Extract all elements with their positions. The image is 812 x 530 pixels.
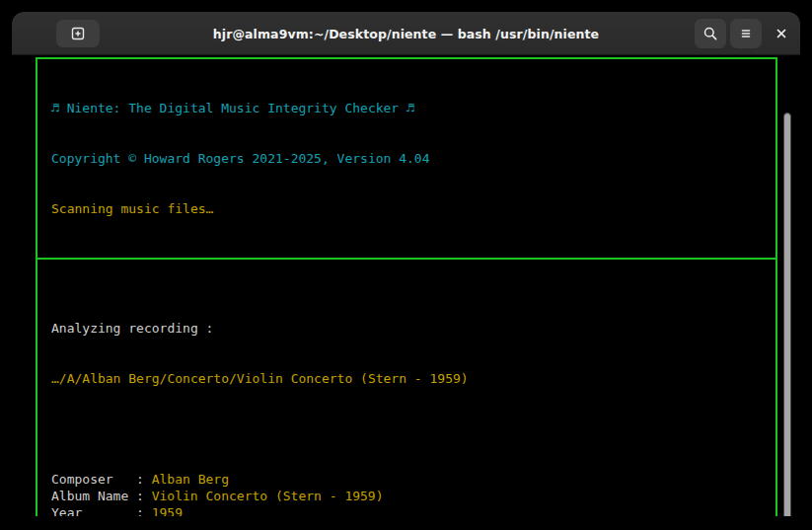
field-label: Album Name: [51, 488, 136, 504]
tui-frame: ♬ Niente: The Digital Music Integrity Ch…: [36, 57, 777, 516]
titlebar[interactable]: hjr@alma9vm:~/Desktop/niente — bash /usr…: [12, 12, 800, 55]
window-title: hjr@alma9vm:~/Desktop/niente — bash /usr…: [12, 12, 800, 55]
field-value: Violin Concerto (Stern - 1959): [152, 488, 384, 504]
analyzing-label: Analyzing recording :: [51, 320, 762, 337]
field-label: Composer: [51, 471, 136, 488]
app-title-line: ♬ Niente: The Digital Music Integrity Ch…: [51, 100, 762, 116]
metadata-row: Album Name:Violin Concerto (Stern - 1959…: [51, 488, 762, 504]
new-tab-icon: [70, 26, 86, 41]
field-colon: :: [136, 471, 144, 488]
field-value: Alban Berg: [152, 471, 229, 488]
copyright-line: Copyright © Howard Rogers 2021-2025, Ver…: [51, 150, 762, 167]
close-icon: [775, 27, 788, 40]
tui-header-box: ♬ Niente: The Digital Music Integrity Ch…: [37, 59, 775, 260]
hamburger-menu-icon: [738, 26, 754, 41]
recording-path: …/A/Alban Berg/Concerto/Violin Concerto …: [51, 370, 762, 387]
metadata-row: Composer:Alban Berg: [51, 471, 762, 488]
menu-button[interactable]: [730, 19, 762, 48]
terminal-window: hjr@alma9vm:~/Desktop/niente — bash /usr…: [12, 12, 800, 516]
new-tab-button[interactable]: [56, 20, 100, 47]
field-colon: :: [136, 488, 144, 504]
field-label: Year: [51, 504, 136, 516]
search-button[interactable]: [695, 19, 726, 48]
metadata-row: Year:1959: [51, 504, 762, 516]
blank-line: [51, 420, 762, 437]
metadata-fields: Composer:Alban BergAlbum Name:Violin Con…: [51, 471, 762, 516]
search-icon: [702, 26, 718, 41]
field-value: 1959: [152, 504, 183, 516]
terminal-content: ♬ Niente: The Digital Music Integrity Ch…: [12, 56, 800, 516]
scanning-status: Scanning music files…: [51, 200, 762, 217]
scrollbar[interactable]: [783, 113, 791, 516]
tui-main-box: Analyzing recording : …/A/Alban Berg/Con…: [37, 260, 775, 516]
field-colon: :: [136, 504, 144, 516]
close-button[interactable]: [766, 19, 797, 48]
